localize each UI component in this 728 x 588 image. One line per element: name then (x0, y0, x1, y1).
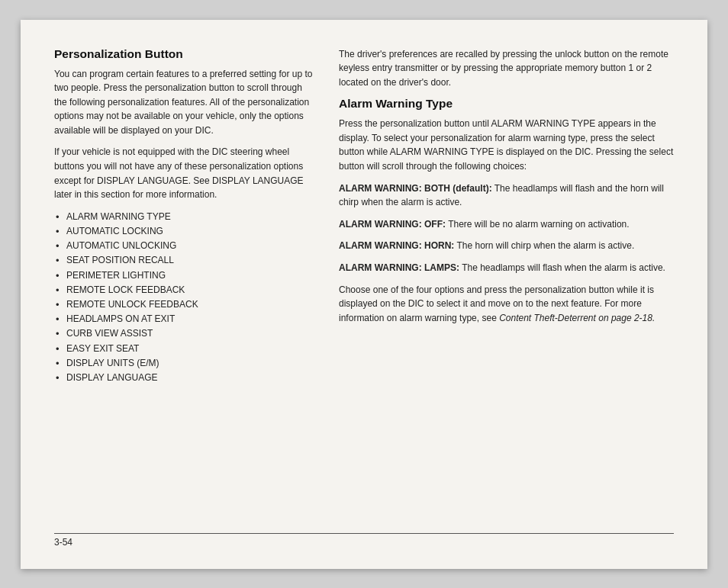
warning-item: ALARM WARNING: LAMPS: The headlamps will… (339, 261, 674, 275)
closing-para: Choose one of the four options and press… (339, 283, 674, 326)
list-item: REMOTE LOCK FEEDBACK (54, 283, 314, 297)
page-number: 3-54 (54, 537, 72, 548)
page-container: Personalization Button You can program c… (21, 20, 707, 569)
footer: 3-54 (54, 533, 674, 548)
content-area: Personalization Button You can program c… (54, 47, 674, 521)
list-item: DISPLAY UNITS (E/M) (54, 356, 314, 371)
left-para1: You can program certain features to a pr… (54, 67, 314, 138)
left-para2: If your vehicle is not equipped with the… (54, 145, 314, 201)
left-heading: Personalization Button (54, 47, 314, 61)
warning-term: ALARM WARNING: LAMPS: (339, 262, 459, 273)
warning-item: ALARM WARNING: OFF: There will be no ala… (339, 217, 674, 232)
list-item: HEADLAMPS ON AT EXIT (54, 312, 314, 326)
feature-list: ALARM WARNING TYPEAUTOMATIC LOCKINGAUTOM… (54, 210, 314, 385)
list-item: AUTOMATIC LOCKING (54, 224, 314, 239)
left-column: Personalization Button You can program c… (54, 47, 314, 521)
right-intro-warning: Press the personalization button until A… (339, 117, 674, 173)
list-item: AUTOMATIC UNLOCKING (54, 239, 314, 253)
list-item: DISPLAY LANGUAGE (54, 371, 314, 385)
list-item: SEAT POSITION RECALL (54, 253, 314, 268)
warnings-container: ALARM WARNING: BOTH (default): The headl… (339, 182, 674, 275)
list-item: EASY EXIT SEAT (54, 342, 314, 356)
warning-term: ALARM WARNING: HORN: (339, 240, 454, 251)
right-heading: Alarm Warning Type (339, 97, 674, 111)
closing-para-italic: Content Theft-Deterrent on page 2-18. (499, 313, 655, 323)
right-column: The driver's preferences are recalled by… (339, 47, 674, 521)
warning-term: ALARM WARNING: OFF: (339, 219, 446, 230)
warning-term: ALARM WARNING: BOTH (default): (339, 183, 492, 194)
list-item: REMOTE UNLOCK FEEDBACK (54, 297, 314, 312)
right-intro-para: The driver's preferences are recalled by… (339, 47, 674, 90)
warning-item: ALARM WARNING: BOTH (default): The headl… (339, 182, 674, 210)
list-item: ALARM WARNING TYPE (54, 210, 314, 224)
warning-item: ALARM WARNING: HORN: The horn will chirp… (339, 239, 674, 253)
list-item: CURB VIEW ASSIST (54, 326, 314, 341)
list-item: PERIMETER LIGHTING (54, 268, 314, 283)
